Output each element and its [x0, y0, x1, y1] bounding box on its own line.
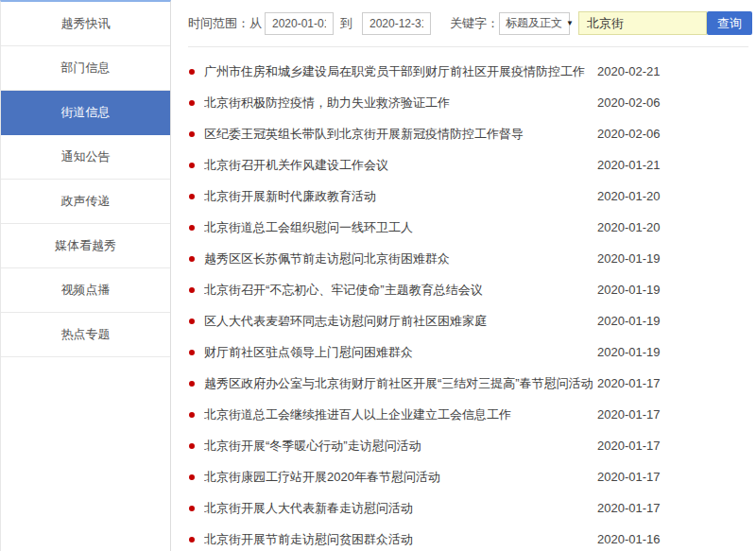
news-title-link[interactable]: 区纪委王冠英组长带队到北京街开展新冠疫情防控工作督导 [204, 126, 597, 143]
sidebar-item-label: 政声传递 [61, 193, 111, 210]
news-title-link[interactable]: 北京街召开“不忘初心、牢记使命”主题教育总结会议 [204, 282, 597, 299]
news-date: 2020-01-17 [597, 407, 756, 422]
news-row: 北京街道总工会继续推进百人以上企业建立工会信息工作 2020-01-17 [189, 399, 756, 430]
news-row: 北京街开展“冬季暖心行动”走访慰问活动 2020-01-17 [189, 430, 756, 461]
bullet-icon [189, 163, 195, 168]
scope-select[interactable]: 标题及正文 ▼ [499, 12, 570, 35]
bullet-icon [189, 443, 195, 449]
sidebar-item[interactable]: 热点专题 [1, 313, 170, 357]
news-row: 北京街开展人大代表新春走访慰问活动 2020-01-17 [189, 492, 756, 524]
bullet-icon [189, 256, 195, 262]
news-row: 北京街积极防控疫情，助力失业救济验证工作 2020-02-06 [189, 87, 756, 118]
filter-bar: 时间范围：从 到 关键字： 标题及正文 ▼ 查询 [172, 0, 756, 46]
news-row: 广州市住房和城乡建设局在职党员干部到财厅前社区开展疫情防控工作 2020-02-… [189, 56, 756, 87]
news-row: 北京街开展新时代廉政教育活动 2020-01-20 [189, 181, 756, 212]
news-row: 北京街道总工会组织慰问一线环卫工人 2020-01-20 [189, 212, 756, 243]
news-row: 越秀区区长苏佩节前走访慰问北京街困难群众 2020-01-19 [189, 243, 756, 274]
news-row: 北京街康园工疗站开展2020年春节慰问活动 2020-01-17 [189, 461, 756, 492]
from-date-input[interactable] [265, 12, 334, 35]
news-title-link[interactable]: 北京街召开机关作风建设工作会议 [204, 157, 597, 174]
sidebar-item[interactable]: 越秀快讯 [1, 2, 170, 46]
scope-selected-value: 标题及正文 [506, 15, 562, 31]
to-label: 到 [340, 15, 352, 32]
news-date: 2020-01-21 [597, 158, 756, 172]
news-date: 2020-01-20 [597, 189, 756, 203]
news-date: 2020-01-17 [597, 501, 756, 515]
search-button[interactable]: 查询 [707, 11, 752, 35]
news-title-link[interactable]: 北京街道总工会继续推进百人以上企业建立工会信息工作 [204, 406, 597, 423]
sidebar-item-label: 越秀快讯 [61, 15, 111, 32]
sidebar-item-label: 热点专题 [61, 326, 111, 343]
news-title-link[interactable]: 越秀区区长苏佩节前走访慰问北京街困难群众 [204, 250, 597, 267]
sidebar-item-label: 视频点播 [61, 282, 111, 299]
news-title-link[interactable]: 区人大代表麦碧环同志走访慰问财厅前社区困难家庭 [204, 313, 597, 330]
news-row: 北京街召开机关作风建设工作会议 2020-01-21 [189, 149, 756, 181]
news-row: 越秀区政府办公室与北京街财厅前社区开展“三结对三提高”春节慰问活动 2020-0… [189, 368, 756, 399]
news-title-link[interactable]: 北京街开展人大代表新春走访慰问活动 [204, 500, 597, 517]
bullet-icon [189, 225, 195, 231]
keyword-input[interactable] [578, 11, 707, 35]
news-date: 2020-01-17 [597, 439, 756, 453]
page: 越秀快讯 部门信息 街道信息 通知公告 政声传递 媒体看越秀 视频点播 热点专题… [0, 0, 756, 551]
news-date: 2020-01-17 [597, 470, 756, 484]
sidebar-item-label: 街道信息 [61, 104, 111, 121]
news-date: 2020-01-16 [597, 532, 756, 546]
bullet-icon [189, 537, 195, 542]
news-title-link[interactable]: 财厅前社区驻点领导上门慰问困难群众 [204, 344, 597, 361]
news-title-link[interactable]: 北京街开展“冬季暖心行动”走访慰问活动 [204, 438, 597, 455]
news-row: 北京街召开“不忘初心、牢记使命”主题教育总结会议 2020-01-19 [189, 274, 756, 305]
news-date: 2020-02-21 [597, 64, 756, 78]
news-list: 广州市住房和城乡建设局在职党员干部到财厅前社区开展疫情防控工作 2020-02-… [172, 56, 756, 551]
news-date: 2020-01-20 [597, 220, 756, 234]
sidebar-item[interactable]: 媒体看越秀 [1, 224, 170, 268]
news-row: 区纪委王冠英组长带队到北京街开展新冠疫情防控工作督导 2020-02-06 [189, 118, 756, 149]
news-title-link[interactable]: 广州市住房和城乡建设局在职党员干部到财厅前社区开展疫情防控工作 [204, 63, 597, 80]
bullet-icon [189, 131, 195, 137]
sidebar-nav: 越秀快讯 部门信息 街道信息 通知公告 政声传递 媒体看越秀 视频点播 热点专题 [1, 2, 170, 357]
news-date: 2020-02-06 [597, 95, 756, 110]
filter-separator [188, 46, 748, 47]
sidebar-item-label: 通知公告 [61, 148, 111, 165]
news-title-link[interactable]: 北京街开展新时代廉政教育活动 [204, 188, 597, 205]
sidebar-item[interactable]: 视频点播 [1, 268, 170, 313]
sidebar-item-label: 媒体看越秀 [55, 237, 116, 254]
keyword-label: 关键字： [450, 15, 499, 32]
sidebar-item[interactable]: 通知公告 [1, 135, 170, 180]
news-title-link[interactable]: 北京街道总工会组织慰问一线环卫工人 [204, 219, 597, 236]
bullet-icon [189, 194, 195, 199]
news-date: 2020-02-06 [597, 127, 756, 141]
news-title-link[interactable]: 北京街积极防控疫情，助力失业救济验证工作 [204, 95, 597, 112]
sidebar-item[interactable]: 政声传递 [1, 180, 170, 224]
bullet-icon [189, 412, 195, 418]
bullet-icon [189, 319, 195, 324]
bullet-icon [189, 381, 195, 387]
news-date: 2020-01-19 [597, 251, 756, 266]
content: 时间范围：从 到 关键字： 标题及正文 ▼ 查询 广州市住房和城乡建设局在职党员… [172, 0, 756, 551]
bullet-icon [189, 69, 195, 75]
news-date: 2020-01-19 [597, 345, 756, 359]
news-title-link[interactable]: 越秀区政府办公室与北京街财厅前社区开展“三结对三提高”春节慰问活动 [204, 375, 597, 392]
sidebar-item-label: 部门信息 [61, 60, 111, 77]
bullet-icon [189, 350, 195, 355]
chevron-down-icon: ▼ [566, 19, 574, 27]
news-title-link[interactable]: 北京街康园工疗站开展2020年春节慰问活动 [204, 469, 597, 486]
time-range-label: 时间范围：从 [188, 15, 262, 32]
sidebar-item[interactable]: 部门信息 [1, 46, 170, 91]
to-date-input[interactable] [362, 12, 431, 35]
bullet-icon [189, 506, 195, 511]
news-date: 2020-01-19 [597, 314, 756, 328]
news-date: 2020-01-17 [597, 376, 756, 390]
news-row: 区人大代表麦碧环同志走访慰问财厅前社区困难家庭 2020-01-19 [189, 305, 756, 336]
news-title-link[interactable]: 北京街开展节前走访慰问贫困群众活动 [204, 531, 597, 548]
bullet-icon [189, 474, 195, 480]
news-row: 北京街开展节前走访慰问贫困群众活动 2020-01-16 [189, 524, 756, 551]
news-row: 财厅前社区驻点领导上门慰问困难群众 2020-01-19 [189, 336, 756, 368]
bullet-icon [189, 287, 195, 293]
news-date: 2020-01-19 [597, 283, 756, 297]
bullet-icon [189, 100, 195, 106]
sidebar: 越秀快讯 部门信息 街道信息 通知公告 政声传递 媒体看越秀 视频点播 热点专题 [0, 0, 171, 551]
sidebar-item[interactable]: 街道信息 [1, 91, 170, 135]
